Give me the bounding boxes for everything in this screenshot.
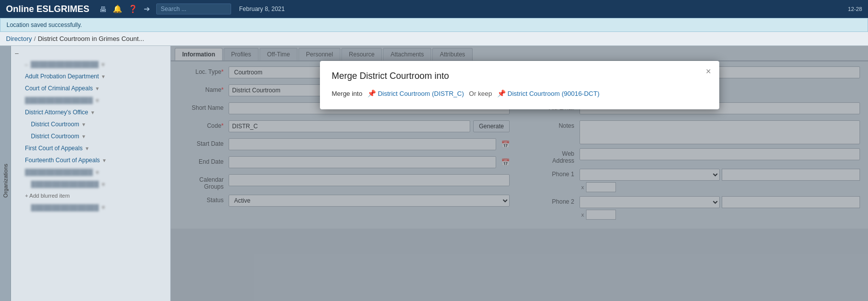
breadcrumb-root[interactable]: Directory xyxy=(6,35,32,42)
expand-icon: ▼ xyxy=(102,157,107,164)
merge-option-1[interactable]: 📌 District Courtroom (DISTR_C) xyxy=(367,89,464,97)
sidebar-item-court-criminal[interactable]: Court of Criminal Appeals ▼ xyxy=(11,82,170,94)
bell-icon[interactable]: 🔔 xyxy=(113,4,122,13)
expand-icon: ▼ xyxy=(81,121,86,128)
time-badge: 12-28 xyxy=(848,6,862,12)
sidebar-item-first-court[interactable]: First Court of Appeals ▼ xyxy=(11,142,170,154)
notification-message: Location saved successfully. xyxy=(6,21,82,28)
expand-icon: ▼ xyxy=(84,145,89,152)
modal-overlay: × Merge District Courtroom into Merge in… xyxy=(171,46,868,301)
expand-icon: ▼ xyxy=(90,109,95,116)
sidebar-item-district-courtroom-1[interactable]: District Courtroom ▼ xyxy=(11,118,170,130)
list-item: ████████████████ ▼ xyxy=(11,202,170,214)
or-keep-label: Or keep xyxy=(469,90,492,97)
add-blurred-item[interactable]: + Add blurred item xyxy=(11,190,170,202)
merge-into-label: Merge into xyxy=(332,90,362,97)
expand-icon: ▼ xyxy=(81,133,86,140)
help-icon[interactable]: ❓ xyxy=(128,4,138,13)
collapse-all-icon[interactable]: – xyxy=(15,49,18,57)
sidebar-item-label: Fourteenth Court of Appeals xyxy=(25,156,100,165)
logout-icon[interactable]: ➔ xyxy=(144,4,150,13)
sidebar-item-label: Court of Criminal Appeals xyxy=(25,84,93,93)
pin-icon-2: 📌 xyxy=(497,89,506,97)
breadcrumb: Directory / District Courtroom in Grimes… xyxy=(0,32,868,46)
sidebar-item-fourteenth-court[interactable]: Fourteenth Court of Appeals ▼ xyxy=(11,154,170,166)
list-item: ████████████████ ▼ xyxy=(11,94,170,106)
sidebar-item-district-attorney[interactable]: District Attorney's Office ▼ xyxy=(11,106,170,118)
sidebar-item-district-courtroom-2[interactable]: District Courtroom ▼ xyxy=(11,130,170,142)
expand-icon: ▼ xyxy=(101,73,106,80)
topbar: Online ESLGRIMES 🖶 🔔 ❓ ➔ February 8, 202… xyxy=(0,0,868,18)
modal-close-button[interactable]: × xyxy=(706,67,711,76)
pin-icon-1: 📌 xyxy=(367,89,376,97)
content-area: Information Profiles Off-Time Personnel … xyxy=(171,46,868,301)
sidebar-item-adult-probation[interactable]: Adult Probation Department ▼ xyxy=(11,70,170,82)
merge-option-2[interactable]: 📌 District Courtroom (90016-DCT) xyxy=(497,89,599,97)
sidebar-toggle[interactable]: Organizations xyxy=(0,46,11,301)
modal-title: Merge District Courtroom into xyxy=(332,71,707,81)
merge-modal: × Merge District Courtroom into Merge in… xyxy=(320,61,719,109)
sidebar-item-label: Adult Probation Department xyxy=(25,72,99,81)
main-layout: Organizations – – ████████████████ ▼ Adu… xyxy=(0,46,868,301)
list-item: ████████████████ ▼ xyxy=(11,166,170,178)
sidebar-item-label: District Courtroom xyxy=(31,120,79,129)
list-item: – ████████████████ ▼ xyxy=(11,58,170,70)
breadcrumb-sep: / xyxy=(34,35,36,42)
sidebar-item-label: District Attorney's Office xyxy=(25,108,88,117)
sidebar-item-label: First Court of Appeals xyxy=(25,144,82,153)
breadcrumb-current: District Courtroom in Grimes Count... xyxy=(38,35,144,42)
sidebar-item-label: District Courtroom xyxy=(31,132,79,141)
topbar-date: February 8, 2021 xyxy=(239,5,285,12)
print-icon[interactable]: 🖶 xyxy=(99,5,107,13)
directory-panel: – – ████████████████ ▼ Adult Probation D… xyxy=(11,46,171,301)
app-logo: Online ESLGRIMES xyxy=(6,4,89,14)
search-input[interactable] xyxy=(156,3,231,14)
sidebar-label: Organizations xyxy=(2,164,8,198)
modal-body: Merge into 📌 District Courtroom (DISTR_C… xyxy=(332,89,707,97)
list-item: ████████████████ ▼ xyxy=(11,178,170,190)
merge-option-1-text: District Courtroom (DISTR_C) xyxy=(378,90,464,97)
merge-option-2-text: District Courtroom (90016-DCT) xyxy=(508,90,599,97)
notification-bar: Location saved successfully. xyxy=(0,18,868,32)
dir-top-controls: – xyxy=(11,48,170,58)
expand-icon: ▼ xyxy=(95,85,100,92)
